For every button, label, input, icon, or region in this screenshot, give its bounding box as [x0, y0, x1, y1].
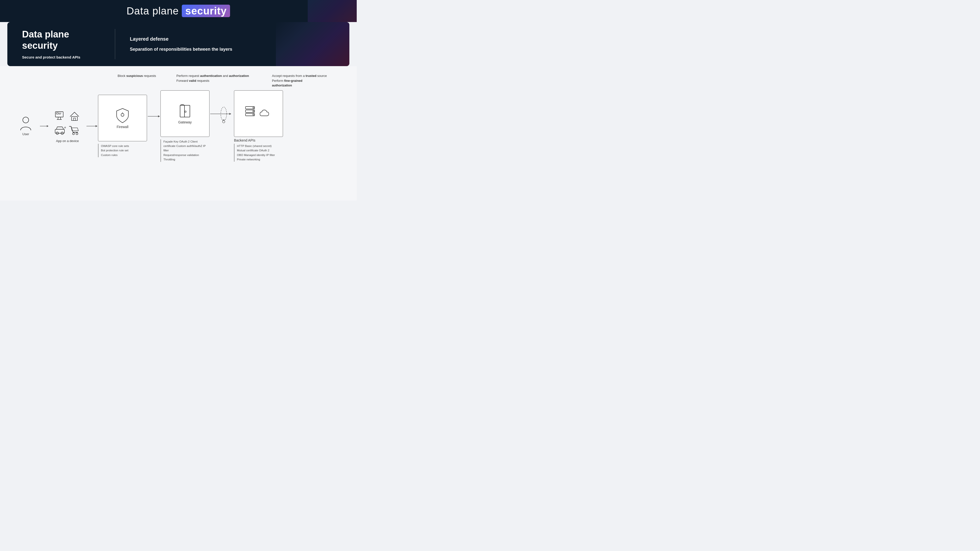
firewall-notes: OWASP core rule sets Bot protection rule…	[98, 144, 142, 157]
svg-point-16	[76, 133, 78, 135]
dark-left-panel: Data plane security Secure and protect b…	[22, 29, 115, 59]
firewall-note-1: OWASP core rule sets	[101, 144, 129, 148]
svg-marker-26	[229, 113, 231, 115]
dark-right-panel: Layered defense Separation of responsibi…	[115, 36, 232, 52]
page-title: Data plane security	[127, 5, 230, 17]
firewall-note-2: Bot protection rule set	[101, 149, 128, 152]
svg-point-34	[253, 107, 254, 108]
svg-rect-33	[245, 113, 255, 116]
house-icon	[68, 110, 81, 123]
gateway-note-2: Request/response validation Throttling	[164, 154, 199, 161]
svg-rect-10	[72, 117, 78, 121]
monitor-icon	[54, 110, 67, 123]
gateway-annotation: Perform request authentication and autho…	[177, 73, 252, 83]
firewall-box: Firewall	[98, 95, 147, 141]
svg-rect-31	[245, 106, 255, 109]
backend-notes: HTTP Basic (shared secret) Mutual certif…	[234, 144, 283, 162]
gateway-label: Gateway	[178, 120, 192, 124]
device-icons	[53, 109, 82, 138]
svg-line-5	[60, 117, 61, 119]
backend-annotation: Accept requests from a trusted source Pe…	[272, 73, 327, 88]
svg-point-15	[73, 133, 75, 135]
gateway-column: Gateway Façade Key OAuth 2 Client certif…	[161, 91, 210, 162]
svg-point-28	[223, 121, 225, 123]
svg-point-36	[253, 114, 254, 115]
firewall-annotation: Block suspicious requests	[118, 73, 172, 78]
diagram-section: Block suspicious requests Perform reques…	[0, 66, 357, 200]
firewall-shield-icon	[115, 108, 130, 124]
user-column: User	[12, 116, 39, 136]
firewall-column: Firewall OWASP core rule sets Bot protec…	[98, 95, 147, 157]
arrow-user-device	[39, 124, 49, 128]
separation-heading: Separation of responsibilities between t…	[130, 47, 232, 52]
svg-rect-32	[245, 110, 255, 113]
user-icon	[20, 116, 32, 131]
tunnel-icon	[210, 106, 234, 126]
backend-server-icon	[245, 106, 256, 121]
svg-line-4	[58, 117, 58, 119]
page-wrapper: Data plane security Data plane security …	[0, 0, 357, 200]
gateway-box: Gateway	[161, 91, 210, 137]
svg-point-0	[23, 117, 29, 123]
firewall-note-3: Custom rules	[101, 154, 118, 157]
backend-note-2: Mutual certificate OAuth 2	[237, 149, 269, 152]
title-highlight: security	[182, 5, 230, 17]
dark-subtitle: Secure and protect backend APIs	[22, 55, 105, 59]
top-header: Data plane security	[0, 0, 357, 22]
tunnel-area	[210, 106, 234, 126]
dark-info-section: Data plane security Secure and protect b…	[7, 22, 349, 66]
backend-cloud-icon	[259, 108, 272, 120]
svg-marker-2	[47, 125, 49, 127]
title-plain: Data plane	[127, 5, 182, 17]
svg-rect-7	[56, 113, 58, 114]
arrow-device-firewall	[86, 124, 98, 128]
backend-box	[234, 91, 283, 137]
svg-marker-22	[158, 115, 160, 117]
dark-main-title: Data plane security	[22, 29, 105, 51]
gateway-notes: Façade Key OAuth 2 Client certificate Cu…	[161, 139, 207, 162]
svg-rect-12	[55, 129, 64, 133]
backend-note-3: OBO Managed identity IP filter Private n…	[237, 154, 275, 161]
backend-note-1: HTTP Basic (shared secret)	[237, 144, 272, 148]
diagram-main-row: User	[12, 91, 344, 162]
svg-point-24	[185, 111, 186, 113]
device-column: App on a device	[49, 109, 86, 143]
device-label: App on a device	[56, 139, 79, 143]
backend-column: Backend APIs HTTP Basic (shared secret) …	[234, 91, 283, 162]
user-label: User	[22, 132, 29, 136]
firewall-label: Firewall	[117, 125, 128, 129]
svg-marker-18	[95, 125, 97, 127]
svg-rect-11	[73, 118, 75, 121]
gateway-note-1: Façade Key OAuth 2 Client certificate Cu…	[164, 140, 205, 152]
car-icon	[54, 124, 67, 137]
gateway-door-icon	[178, 103, 192, 119]
svg-point-35	[253, 111, 254, 112]
svg-point-19	[121, 113, 124, 116]
arrow-firewall-gateway	[147, 114, 161, 118]
layered-defense-heading: Layered defense	[130, 36, 232, 42]
backend-label: Backend APIs	[234, 138, 255, 142]
cart-icon	[68, 124, 81, 137]
